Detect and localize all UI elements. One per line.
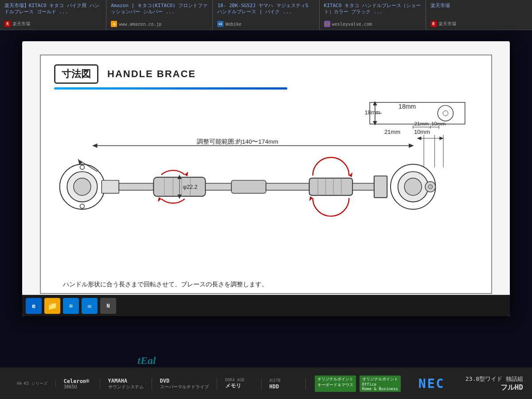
laptop-area: 寸法図 HANDLE BRACE 18mm (0, 30, 532, 367)
title-en: HANDLE BRACE (107, 68, 196, 80)
svg-marker-8 (373, 121, 377, 125)
monitor-size-label: 23.8型ワイド 独話組 (466, 375, 523, 383)
model-label: HA-K5 シリーズ (17, 381, 47, 387)
search-title-2: Amazon | キタコ(KITACO) フロントファッションバー シルバー .… (111, 3, 208, 16)
dvd-sub: スーパーマルチドライブ (160, 384, 209, 390)
svg-line-27 (80, 161, 98, 172)
search-title-4: KITACO キタコ ハンドルブレース（ショート）カラー ブラック ... (324, 3, 421, 16)
search-result-5[interactable]: 楽天市場 R 楽天市場 (426, 0, 532, 30)
windows-icon[interactable]: ⊞ (63, 298, 79, 314)
svg-point-23 (74, 178, 91, 196)
dim-18mm-label: 18mm (399, 103, 416, 110)
technical-diagram: 18mm 21mm 10mm (54, 98, 478, 267)
search-results-bar: 楽天市場】KITACO キタコ バイク用 ハンドルブレース ゴールド ... R… (0, 0, 532, 30)
svg-marker-35 (185, 172, 188, 176)
sound-section: YAMAHA サウンドシステム (100, 378, 152, 390)
monitor-promo: 23.8型ワイド 独話組 フルHD (466, 375, 523, 392)
svg-rect-51 (352, 183, 374, 190)
search-result-2[interactable]: Amazon | キタコ(KITACO) フロントファッションバー シルバー .… (106, 0, 213, 30)
blue-accent-line (54, 87, 287, 90)
search-source-2: a www.amazon.co.jp (111, 21, 208, 27)
search-source-4: 🦋 wesleyvalve.com (324, 21, 421, 27)
taskbar: e 📁 ⊞ ✉ N (22, 295, 510, 316)
svg-point-24 (80, 165, 85, 169)
ram-value: メモリ (225, 382, 253, 390)
svg-rect-26 (102, 180, 119, 193)
hdd-section: 約1TB HDD (262, 378, 306, 390)
model-section: HA-K5 シリーズ (9, 381, 56, 387)
diagram-area: 寸法図 HANDLE BRACE 18mm (40, 55, 492, 294)
svg-marker-62 (417, 137, 421, 140)
search-result-4[interactable]: KITACO キタコ ハンドルブレース（ショート）カラー ブラック ... 🦋 … (320, 0, 426, 30)
hdd-value: HDD (270, 383, 297, 390)
search-source-5: R 楽天市場 (430, 21, 528, 27)
rakuten-icon-1: R (4, 21, 11, 27)
diagram-title-row: 寸法図 HANDLE BRACE (54, 64, 478, 84)
svg-text:21mm: 21mm (415, 121, 429, 126)
svg-rect-41 (205, 183, 231, 190)
dvd-section: DVD スーパーマルチドライブ (152, 378, 217, 390)
svg-rect-29 (119, 183, 153, 190)
dim-10mm-label: 10mm (414, 129, 430, 135)
points-section: オリジナルポイントキーボード＆マウス オリジナルポイントOfficeHome &… (306, 376, 410, 392)
cpu-section: Celeron® 3865U (56, 378, 100, 389)
search-source-3: wi Webike (217, 21, 314, 27)
file-explorer-icon[interactable]: 📁 (44, 298, 60, 314)
webike-icon: wi (217, 21, 223, 27)
svg-text:φ22.2: φ22.2 (183, 184, 198, 190)
svg-marker-38 (177, 175, 182, 179)
svg-text:18mm: 18mm (364, 110, 380, 116)
title-jp: 寸法図 (54, 64, 98, 84)
svg-point-55 (404, 178, 422, 196)
svg-text:10mm: 10mm (431, 121, 446, 126)
wesley-icon: 🦋 (324, 21, 330, 27)
search-title-3: 18- 2BK-SG52J ヤマハ マジェスティS ハンドルブレース | バイク… (217, 3, 314, 16)
dim-21mm-label: 21mm (384, 129, 400, 135)
search-result-3[interactable]: 18- 2BK-SG52J ヤマハ マジェスティS ハンドルブレース | バイク… (213, 0, 319, 30)
svg-point-25 (80, 204, 85, 208)
laptop-bezel: HA-K5 シリーズ Celeron® 3865U YAMAHA サウンドシステ… (0, 367, 532, 399)
amazon-icon: a (111, 21, 117, 27)
points-btn-1: オリジナルポイントキーボード＆マウス (315, 376, 356, 392)
sound-value: YAMAHA (108, 378, 144, 384)
svg-marker-36 (158, 197, 161, 202)
ram-label: DDR4 4GB (225, 378, 253, 382)
svg-point-2 (443, 111, 448, 116)
mail-icon[interactable]: ✉ (82, 298, 98, 314)
search-title-5: 楽天市場 (430, 3, 528, 9)
search-source-1: R 楽天市場 (4, 21, 102, 27)
hdd-label: 約1TB (270, 378, 297, 383)
sound-sub: サウンドシステム (108, 384, 144, 390)
svg-rect-44 (309, 178, 353, 196)
points-btn-2: オリジナルポイントOfficeHome & Business (360, 376, 401, 392)
svg-point-1 (438, 106, 453, 121)
svg-marker-7 (373, 101, 377, 106)
svg-point-57 (428, 184, 433, 189)
search-result-1[interactable]: 楽天市場】KITACO キタコ バイク用 ハンドルブレース ゴールド ... R… (0, 0, 106, 30)
diagram-caption: ハンドル形状に合う長さまで回転させて、ブレースの長さを調整します。 (63, 281, 268, 289)
svg-text:調整可能範囲:約140〜174mm: 調整可能範囲:約140〜174mm (197, 138, 278, 145)
svg-marker-17 (92, 144, 98, 148)
svg-marker-18 (409, 144, 414, 148)
display-screen: 寸法図 HANDLE BRACE 18mm (22, 41, 510, 316)
rakuten-icon-2: R (430, 21, 437, 27)
svg-rect-43 (266, 183, 309, 190)
diagram-svg: 18mm 21mm 10mm (54, 98, 478, 249)
news-icon[interactable]: N (100, 298, 116, 314)
nec-logo: NEC (419, 376, 445, 391)
search-title-1: 楽天市場】KITACO キタコ バイク用 ハンドルブレース ゴールド ... (4, 3, 102, 16)
edge-icon[interactable]: e (26, 298, 42, 314)
fullhd-label: フルHD (501, 383, 523, 392)
ram-section: DDR4 4GB メモリ (217, 378, 262, 390)
teal-watermark: tEal (137, 355, 156, 367)
cpu-value: Celeron® (64, 378, 92, 384)
dvd-value: DVD (160, 378, 209, 384)
cpu-sub: 3865U (64, 384, 92, 389)
svg-rect-52 (374, 176, 387, 198)
svg-rect-42 (231, 180, 266, 193)
